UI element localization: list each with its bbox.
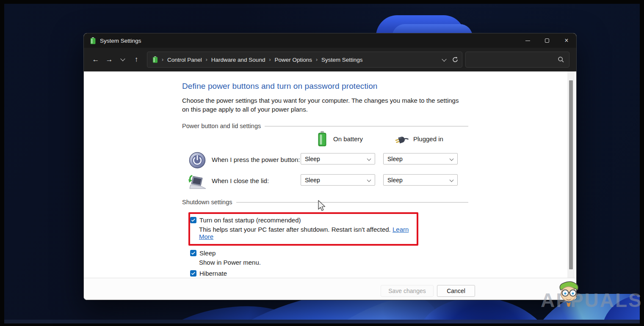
address-bar[interactable]: › Control Panel › Hardware and Sound › P… <box>147 52 462 68</box>
forward-button[interactable]: → <box>102 53 116 66</box>
breadcrumb-separator: › <box>269 57 271 63</box>
address-dropdown-icon[interactable] <box>442 57 446 61</box>
system-settings-window: System Settings × ← → ↑ <box>83 33 577 300</box>
power-button-section-header: Power button and lid settings <box>182 123 468 129</box>
power-button-plugged-in-select[interactable]: Sleep <box>383 153 458 164</box>
breadcrumb-separator: › <box>162 57 163 63</box>
plugged-in-column-label: Plugged in <box>413 135 443 142</box>
close-lid-row: When I close the lid: Sleep Sleep <box>182 172 468 193</box>
breadcrumb-separator: › <box>206 57 207 63</box>
recent-pages-button[interactable] <box>116 53 130 66</box>
search-box[interactable] <box>465 52 569 68</box>
power-section-title: Power button and lid settings <box>182 123 261 129</box>
fast-startup-description: This helps start your PC faster after sh… <box>199 226 412 240</box>
section-divider <box>236 202 469 203</box>
maximize-button[interactable] <box>537 33 557 48</box>
sleep-label: Sleep <box>199 249 216 257</box>
title-bar[interactable]: System Settings × <box>84 33 576 48</box>
hibernate-setting: Hibernate Show in Power menu. <box>190 270 468 278</box>
on-battery-column-label: On battery <box>333 135 363 142</box>
content-area: Define power buttons and turn on passwor… <box>84 71 576 278</box>
back-icon: ← <box>92 55 100 64</box>
page-description: Choose the power settings that you want … <box>182 96 465 114</box>
battery-icon <box>318 131 327 148</box>
column-headers: On battery Plugged in <box>182 129 468 151</box>
appuals-mascot-icon <box>557 281 582 310</box>
selected-value: Sleep <box>305 177 320 184</box>
vertical-scrollbar[interactable] <box>567 71 575 278</box>
back-button[interactable]: ← <box>89 53 102 66</box>
close-lid-plugged-in-select[interactable]: Sleep <box>383 174 458 186</box>
chevron-down-icon <box>450 178 454 182</box>
footer-bar: Save changes Cancel <box>84 278 576 300</box>
section-divider <box>265 126 468 126</box>
shutdown-section-title: Shutdown settings <box>182 199 232 205</box>
power-options-icon <box>90 37 96 44</box>
power-button-icon <box>189 152 206 170</box>
minimize-button[interactable] <box>518 33 537 48</box>
sleep-checkbox[interactable] <box>190 250 196 256</box>
maximize-icon <box>545 38 549 43</box>
fast-startup-checkbox[interactable] <box>190 217 196 223</box>
breadcrumb-hardware-and-sound[interactable]: Hardware and Sound <box>211 57 265 63</box>
page-title: Define power buttons and turn on passwor… <box>182 82 468 91</box>
refresh-icon[interactable] <box>452 56 459 63</box>
close-lid-on-battery-select[interactable]: Sleep <box>301 174 375 186</box>
cancel-button[interactable]: Cancel <box>437 285 475 297</box>
mouse-cursor <box>318 200 327 214</box>
sleep-setting: Sleep Show in Power menu. <box>190 249 468 266</box>
power-options-icon-small <box>152 56 158 63</box>
selected-value: Sleep <box>305 156 320 162</box>
breadcrumb-system-settings[interactable]: System Settings <box>321 57 363 63</box>
scrollbar-thumb[interactable] <box>569 80 573 269</box>
minimize-icon <box>525 41 530 41</box>
desktop: System Settings × ← → ↑ <box>0 0 644 326</box>
forward-icon: → <box>106 55 113 64</box>
save-changes-button[interactable]: Save changes <box>381 285 434 297</box>
breadcrumb-power-options[interactable]: Power Options <box>274 57 312 63</box>
power-button-row: When I press the power button: Sleep Sle… <box>182 151 468 172</box>
search-input[interactable] <box>470 52 555 67</box>
appuals-watermark: APPUALS <box>541 289 643 312</box>
desktop-bottom-strip <box>4 320 640 323</box>
close-icon: × <box>564 37 568 44</box>
hibernate-label: Hibernate <box>199 270 227 277</box>
sleep-description: Show in Power menu. <box>199 259 468 266</box>
breadcrumb-separator: › <box>316 57 318 63</box>
close-button[interactable]: × <box>557 33 576 48</box>
selected-value: Sleep <box>387 177 403 184</box>
fast-startup-label: Turn on fast startup (recommended) <box>199 216 301 224</box>
up-button[interactable]: ↑ <box>130 53 143 66</box>
chevron-down-icon <box>450 157 454 161</box>
navigation-toolbar: ← → ↑ › Control Panel › Hardware and Sou… <box>84 48 576 71</box>
power-button-on-battery-select[interactable]: Sleep <box>301 153 375 164</box>
search-icon[interactable] <box>558 56 564 65</box>
laptop-lid-icon <box>187 175 207 192</box>
chevron-down-icon <box>367 157 371 161</box>
window-title: System Settings <box>100 38 141 44</box>
power-button-row-label: When I press the power button: <box>212 156 300 163</box>
close-lid-row-label: When I close the lid: <box>212 177 269 184</box>
chevron-down-icon <box>120 56 125 61</box>
hibernate-checkbox[interactable] <box>190 270 196 277</box>
plug-icon <box>395 134 409 146</box>
selected-value: Sleep <box>387 156 403 162</box>
up-icon: ↑ <box>135 55 138 64</box>
chevron-down-icon <box>367 178 371 182</box>
breadcrumb-control-panel[interactable]: Control Panel <box>167 57 202 63</box>
fast-startup-highlight-box: Turn on fast startup (recommended) This … <box>188 212 418 246</box>
